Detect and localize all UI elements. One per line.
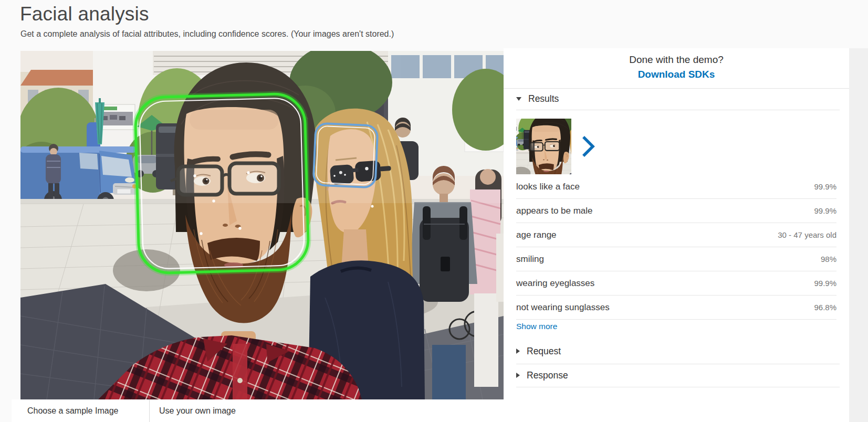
- page-subtitle: Get a complete analysis of facial attrib…: [20, 29, 394, 39]
- attribute-label: not wearing sunglasses: [516, 302, 610, 313]
- tab-use-own-image[interactable]: Use your own image: [159, 406, 236, 416]
- attribute-row: wearing eyeglasses 99.9%: [516, 271, 836, 296]
- attribute-row: not wearing sunglasses 96.8%: [516, 296, 836, 320]
- tab-divider: [149, 399, 150, 422]
- detected-face-row: [516, 119, 595, 174]
- attribute-value: 99.9%: [814, 279, 836, 288]
- results-section-label: Results: [528, 93, 559, 104]
- attribute-value: 99.9%: [814, 182, 836, 191]
- attribute-label: looks like a face: [516, 182, 580, 192]
- request-section-label: Request: [527, 346, 561, 357]
- attribute-value: 96.8%: [814, 303, 836, 312]
- attribute-value: 30 - 47 years old: [778, 230, 836, 239]
- attribute-value: 99.9%: [814, 206, 836, 215]
- response-section-header[interactable]: Response: [516, 364, 840, 387]
- detected-face-thumbnail[interactable]: [516, 119, 571, 174]
- response-section-label: Response: [527, 370, 568, 381]
- attribute-row: appears to be male 99.9%: [516, 199, 836, 223]
- chevron-right-icon: [581, 135, 595, 158]
- show-more-link[interactable]: Show more: [516, 322, 557, 331]
- attribute-row: age range 30 - 47 years old: [516, 223, 836, 247]
- demo-complete-box: Done with the demo? Download SDKs: [504, 48, 849, 89]
- demo-question-text: Done with the demo?: [504, 54, 849, 66]
- request-section-header[interactable]: Request: [516, 339, 840, 364]
- face-attribute-list: looks like a face 99.9% appears to be ma…: [516, 175, 836, 320]
- attribute-label: wearing eyeglasses: [516, 278, 594, 289]
- attribute-value: 98%: [821, 255, 836, 263]
- results-panel: Done with the demo? Download SDKs Result…: [504, 48, 849, 422]
- next-face-button[interactable]: [581, 135, 595, 158]
- street-scene-image: [20, 51, 504, 399]
- page-title: Facial analysis: [20, 3, 149, 25]
- results-section-header[interactable]: Results: [516, 88, 840, 110]
- attribute-row: smiling 98%: [516, 247, 836, 271]
- image-source-tabbar: Choose a sample Image Use your own image: [12, 399, 849, 422]
- attribute-label: smiling: [516, 254, 544, 265]
- triangle-right-icon: [516, 349, 520, 354]
- triangle-right-icon: [516, 373, 520, 378]
- page-background-strip: [849, 48, 868, 422]
- download-sdks-link[interactable]: Download SDKs: [638, 69, 715, 80]
- attribute-row: looks like a face 99.9%: [516, 175, 836, 199]
- triangle-down-icon: [516, 97, 521, 101]
- attribute-label: age range: [516, 230, 557, 240]
- analyzed-photo: [20, 51, 504, 399]
- tab-choose-sample-image[interactable]: Choose a sample Image: [27, 406, 118, 416]
- attribute-label: appears to be male: [516, 206, 593, 216]
